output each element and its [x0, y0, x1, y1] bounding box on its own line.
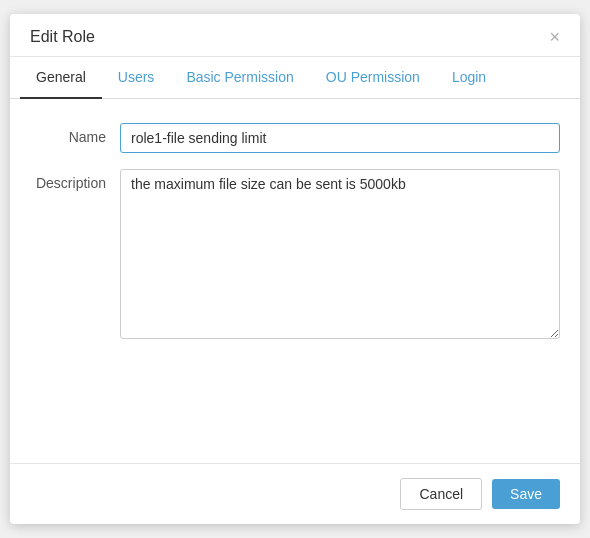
cancel-button[interactable]: Cancel	[400, 478, 482, 510]
dialog-header: Edit Role ×	[10, 14, 580, 57]
description-label: Description	[30, 169, 120, 191]
edit-role-dialog: Edit Role × General Users Basic Permissi…	[10, 14, 580, 524]
close-button[interactable]: ×	[549, 28, 560, 46]
dialog-body: Name Description the maximum file size c…	[10, 99, 580, 463]
dialog-footer: Cancel Save	[10, 463, 580, 524]
description-textarea[interactable]: the maximum file size can be sent is 500…	[120, 169, 560, 339]
tab-login[interactable]: Login	[436, 57, 502, 99]
name-input[interactable]	[120, 123, 560, 153]
name-row: Name	[30, 123, 560, 153]
tab-bar: General Users Basic Permission OU Permis…	[10, 57, 580, 99]
tab-basic-permission[interactable]: Basic Permission	[170, 57, 309, 99]
dialog-title: Edit Role	[30, 28, 95, 46]
description-row: Description the maximum file size can be…	[30, 169, 560, 339]
tab-general[interactable]: General	[20, 57, 102, 99]
name-label: Name	[30, 123, 120, 145]
tab-users[interactable]: Users	[102, 57, 171, 99]
save-button[interactable]: Save	[492, 479, 560, 509]
tab-ou-permission[interactable]: OU Permission	[310, 57, 436, 99]
